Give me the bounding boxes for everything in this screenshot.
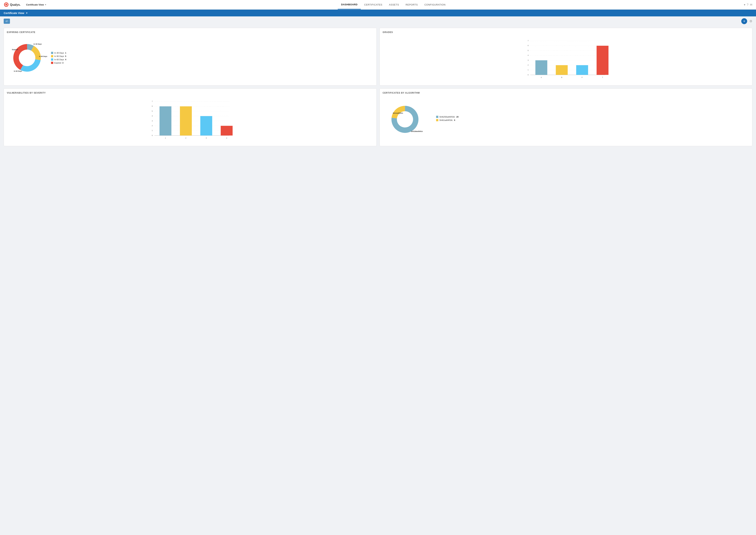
toolbar-right: + ⚙ [741,18,752,24]
ylabel-5: 5 [527,49,528,51]
algo-label-sha1: SHA1withRSA [392,112,403,114]
algo-legend-sha256: SHA256withRSA: 20 [436,116,459,118]
label-90days: In 90 Days [39,55,47,57]
algo-card: CERTIFICATES BY ALGORITHM [380,89,752,146]
ylabel-4: 4 [527,54,528,56]
algo-legend: SHA256withRSA: 20 SHA1withRSA: 6 [436,116,459,121]
legend-expired: Expired 3 [51,62,66,64]
expiring-donut-wrap: In 30 Days In 90 Days In 60 Days Expired [7,38,47,78]
vuln-ylabel-4: 4 [152,115,153,117]
ylabel-1: 1 [527,69,528,71]
algo-legend-label-sha1: SHA1withRSA: [440,119,453,121]
toolbar: 🏷 + ⚙ [0,16,756,26]
donut-center [20,50,35,65]
algo-label-sha256: SHA256withRSA [411,131,423,132]
vuln-xlabel-3: 3 [206,137,207,139]
legend-label-30days: In 30 Days [54,52,64,54]
nav-configuration[interactable]: CONFIGURATION [421,0,449,9]
expiring-cert-card: EXPIRING CERTIFICATE [4,28,377,86]
mail-icon[interactable]: ✉ [750,3,752,7]
expiring-legend: In 30 Days 1 In 90 Days 5 In 60 Days 4 E… [51,52,66,64]
algo-donut-wrap: SHA1withRSA SHA256withRSA [386,98,431,139]
ylabel-2: 2 [527,64,528,66]
expiring-cert-title: EXPIRING CERTIFICATE [7,31,373,34]
label-expired: Expired [12,49,18,50]
bar-B [555,65,568,75]
vuln-title: VULNERABILITIES BY SEVERITY [7,92,373,94]
xlabel-F: F [581,76,583,78]
ylabel-6: 6 [527,44,528,46]
legend-90days: In 90 Days 5 [51,55,66,57]
grades-svg: 7 6 5 4 3 2 1 0 A B F [383,36,749,80]
grades-title: GRADES [383,31,749,34]
grades-card: GRADES 7 6 5 4 3 2 1 0 [380,28,752,86]
algo-chart-area: SHA1withRSA SHA256withRSA SHA256withRSA:… [383,97,749,141]
add-button[interactable]: + [741,18,747,24]
nav-reports[interactable]: REPORTS [402,0,421,9]
vuln-ylabel-6: 6 [152,105,153,107]
vuln-xlabel-2: 2 [185,137,186,139]
vuln-ylabel-0: 0 [152,134,153,136]
blue-bar: Certificate View ▼ [0,10,756,16]
legend-count-60days: 4 [65,58,66,61]
vuln-ylabel-2: 2 [152,125,153,127]
vuln-chart: 7 6 5 4 3 2 1 0 1 2 3 [7,97,373,143]
algo-legend-count-sha1: 6 [454,119,455,121]
help-icon[interactable]: ? [747,3,748,7]
legend-label-90days: In 90 Days [54,55,64,57]
ylabel-3: 3 [527,59,528,61]
vuln-xlabel-1: 1 [165,137,166,139]
legend-60days: In 60 Days 4 [51,58,66,61]
blue-bar-chevron[interactable]: ▼ [26,12,28,14]
xlabel-T: T [602,76,603,78]
expiring-donut-svg: In 30 Days In 90 Days In 60 Days Expired [7,38,47,78]
xlabel-A: A [541,76,542,78]
algo-legend-color-sha256 [436,116,438,118]
legend-color-90days [51,55,53,57]
label-30days: In 30 Days [34,43,42,45]
nav-right: ▾ ? ✉ [744,3,752,7]
ylabel-7: 7 [527,40,528,42]
vuln-ylabel-3: 3 [152,120,153,122]
legend-color-30days [51,52,53,54]
bar-F [576,65,588,75]
logo-area: Qualys. [4,2,21,7]
tag-button[interactable]: 🏷 [4,19,10,24]
legend-count-90days: 5 [65,55,66,57]
vuln-svg: 7 6 5 4 3 2 1 0 1 2 3 [7,97,373,141]
nav-dashboard[interactable]: DASHBOARD [338,0,361,10]
nav-certificates[interactable]: CERTIFICATES [361,0,386,9]
bar-A [535,60,547,75]
nav-assets[interactable]: ASSETS [386,0,402,9]
vuln-ylabel-5: 5 [152,110,153,112]
xlabel-B: B [561,76,562,78]
algo-donut-svg: SHA1withRSA SHA256withRSA [386,98,427,139]
algo-title: CERTIFICATES BY ALGORITHM [383,92,749,94]
bar-T [597,46,608,75]
vuln-bar-1 [159,106,172,135]
legend-label-60days: In 60 Days [54,58,64,61]
algo-legend-label-sha256: SHA256withRSA: [440,116,455,118]
label-60days: In 60 Days [14,70,22,72]
legend-count-30days: 1 [65,52,66,54]
vuln-bar-3 [201,116,212,136]
legend-color-expired [51,62,53,64]
algo-donut-center [398,112,412,127]
qualys-logo-icon [4,2,9,7]
vuln-xlabel-4: 4 [226,137,227,139]
legend-30days: In 30 Days 1 [51,52,66,54]
settings-button[interactable]: ⚙ [749,19,752,23]
dropdown-icon[interactable]: ▾ [744,3,745,7]
dashboard: EXPIRING CERTIFICATE [0,26,756,150]
nav-links: DASHBOARD CERTIFICATES ASSETS REPORTS CO… [338,0,449,10]
grades-chart: 7 6 5 4 3 2 1 0 A B F [383,36,749,82]
vuln-ylabel-1: 1 [152,129,153,131]
expiring-cert-chart: In 30 Days In 90 Days In 60 Days Expired… [7,36,373,80]
vuln-bar-4 [221,126,232,136]
legend-count-expired: 3 [62,62,63,64]
svg-point-1 [5,4,7,6]
vuln-bar-2 [180,106,192,135]
vuln-card: VULNERABILITIES BY SEVERITY 7 6 5 4 3 2 … [4,89,377,146]
vuln-ylabel-7: 7 [152,100,153,102]
top-nav: Qualys. Certificate View ▼ DASHBOARD CER… [0,0,756,10]
